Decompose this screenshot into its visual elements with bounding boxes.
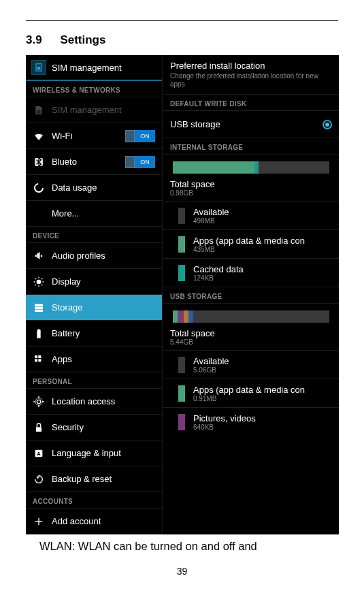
item-label: Add account: [52, 516, 101, 526]
svg-point-5: [35, 255, 37, 257]
svg-point-26: [35, 398, 43, 405]
internal-usage-bar: [163, 155, 339, 175]
apps-icon: [33, 353, 45, 366]
svg-rect-17: [35, 306, 43, 308]
item-more[interactable]: More...: [26, 201, 162, 227]
item-language-input[interactable]: A Language & input: [26, 440, 162, 466]
svg-rect-20: [38, 329, 40, 330]
item-backup-reset[interactable]: Backup & reset: [26, 466, 162, 492]
backup-icon: [33, 473, 45, 485]
heading-number: 3.9: [26, 33, 42, 46]
total-value: 0.98GB: [170, 189, 332, 197]
sim-icon: [33, 104, 45, 116]
item-wifi[interactable]: Wi-Fi ON: [26, 123, 162, 149]
blank-icon: [33, 208, 45, 220]
internal-storage-header: INTERNAL STORAGE: [163, 138, 339, 155]
item-label: Display: [52, 276, 81, 287]
radio-label: USB storage: [170, 119, 322, 129]
item-label: Backup & reset: [52, 474, 112, 484]
internal-cached[interactable]: Cached data 124KB: [163, 259, 339, 287]
item-battery[interactable]: Battery: [26, 321, 162, 347]
usb-apps-data[interactable]: Apps (app data & media con 0.91MB: [163, 379, 339, 408]
item-bluetooth[interactable]: Blueto ON: [26, 149, 162, 175]
usb-pictures[interactable]: Pictures, videos 640KB: [163, 408, 339, 436]
wifi-icon: [33, 130, 45, 142]
usb-total: Total space 5.44GB: [163, 324, 339, 351]
item-storage[interactable]: Storage: [26, 295, 162, 321]
pref-sub: Change the preferred installation locati…: [170, 72, 332, 89]
svg-rect-16: [35, 304, 43, 306]
item-apps[interactable]: Apps: [26, 347, 162, 372]
item-label: Location access: [52, 396, 115, 406]
item-data-usage[interactable]: Data usage: [26, 175, 162, 201]
section-device-header: DEVICE: [26, 227, 162, 243]
total-label: Total space: [170, 328, 332, 338]
language-icon: A: [33, 447, 45, 460]
page-number: 39: [0, 566, 364, 577]
svg-rect-2: [37, 110, 40, 113]
data-usage-icon: [33, 182, 45, 194]
item-label: More...: [52, 208, 79, 219]
usb-storage-radio[interactable]: USB storage: [163, 111, 339, 138]
item-label: Language & input: [52, 448, 121, 458]
svg-rect-21: [35, 355, 37, 358]
settings-left-pane: SIM management WIRELESS & NETWORKS SIM m…: [26, 55, 162, 534]
svg-rect-22: [38, 355, 41, 358]
section-heading: 3.9 Settings: [26, 33, 338, 47]
svg-rect-19: [37, 330, 40, 338]
lock-icon: [33, 421, 45, 434]
item-audio-profiles[interactable]: Audio profiles: [26, 243, 162, 269]
section-personal-header: PERSONAL: [26, 372, 162, 389]
item-label: Battery: [52, 328, 80, 338]
item-label: Wi-Fi: [52, 131, 72, 141]
svg-rect-1: [37, 67, 41, 70]
usb-available[interactable]: Available 5.06GB: [163, 351, 339, 379]
internal-available[interactable]: Available 498MB: [163, 202, 339, 230]
svg-point-7: [37, 279, 42, 284]
display-icon: [33, 276, 45, 288]
item-security[interactable]: Security: [26, 415, 162, 440]
svg-rect-23: [35, 359, 37, 362]
sim-icon: [31, 60, 46, 75]
item-label: Storage: [52, 302, 83, 312]
total-label: Total space: [170, 179, 332, 189]
svg-line-14: [35, 285, 36, 285]
settings-right-pane: Preferred install location Change the pr…: [162, 55, 339, 534]
usb-usage-bar: [163, 304, 339, 324]
item-sim-management[interactable]: SIM management: [26, 97, 162, 123]
settings-screenshot: SIM management WIRELESS & NETWORKS SIM m…: [26, 55, 339, 534]
total-value: 5.44GB: [170, 338, 332, 346]
item-label: Blueto: [52, 157, 77, 167]
bluetooth-toggle[interactable]: ON: [125, 156, 155, 168]
title-bar-label: SIM management: [52, 63, 122, 73]
svg-point-25: [37, 400, 40, 403]
item-label: Security: [52, 422, 84, 432]
section-accounts-header: ACCOUNTS: [26, 492, 162, 509]
item-add-account[interactable]: Add account: [26, 509, 162, 534]
item-label: SIM management: [52, 105, 122, 115]
svg-line-12: [35, 278, 36, 278]
svg-line-13: [42, 285, 42, 285]
item-location-access[interactable]: Location access: [26, 389, 162, 415]
item-label: Apps: [52, 354, 72, 364]
svg-line-15: [42, 278, 42, 278]
item-display[interactable]: Display: [26, 269, 162, 295]
title-bar: SIM management: [26, 55, 162, 81]
radio-icon: [322, 120, 332, 129]
preferred-install-location[interactable]: Preferred install location Change the pr…: [163, 55, 339, 95]
internal-total: Total space 0.98GB: [163, 175, 339, 202]
svg-rect-18: [35, 309, 43, 311]
svg-point-6: [41, 255, 43, 257]
item-label: Audio profiles: [52, 251, 105, 261]
plus-icon: [33, 515, 45, 528]
svg-rect-24: [38, 359, 41, 362]
item-label: Data usage: [52, 182, 97, 193]
bluetooth-icon: [33, 156, 45, 168]
internal-apps-data[interactable]: Apps (app data & media con 435MB: [163, 230, 339, 259]
wifi-toggle[interactable]: ON: [125, 130, 155, 142]
svg-rect-31: [36, 427, 42, 432]
default-write-disk-header: DEFAULT WRITE DISK: [163, 95, 339, 111]
storage-icon: [33, 302, 45, 314]
svg-text:A: A: [37, 451, 41, 457]
location-icon: [33, 396, 45, 408]
